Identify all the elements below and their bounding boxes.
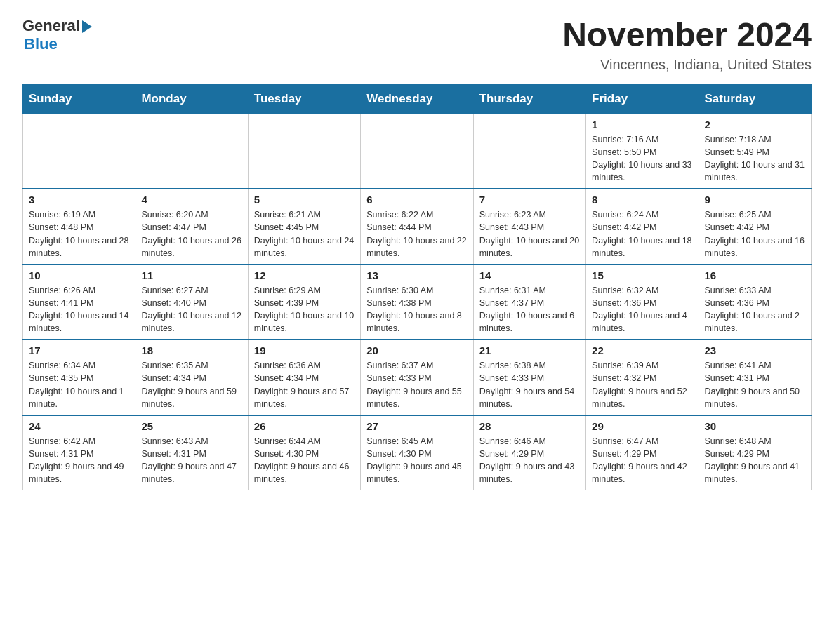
day-number: 29 bbox=[592, 420, 692, 432]
weekday-header-friday: Friday bbox=[586, 84, 699, 114]
weekday-header-sunday: Sunday bbox=[23, 84, 135, 114]
day-number: 24 bbox=[29, 420, 129, 432]
day-number: 13 bbox=[366, 269, 467, 281]
page-header: General Blue November 2024 Vincennes, In… bbox=[22, 17, 812, 73]
day-info: Sunrise: 6:21 AM Sunset: 4:45 PM Dayligh… bbox=[254, 208, 355, 260]
weekday-header-monday: Monday bbox=[135, 84, 248, 114]
logo-general-text: General bbox=[22, 17, 80, 35]
day-info: Sunrise: 6:27 AM Sunset: 4:40 PM Dayligh… bbox=[141, 284, 241, 335]
day-number: 15 bbox=[592, 269, 692, 281]
day-number: 30 bbox=[705, 420, 805, 432]
calendar-cell: 11Sunrise: 6:27 AM Sunset: 4:40 PM Dayli… bbox=[135, 264, 248, 340]
day-number: 1 bbox=[592, 119, 692, 130]
calendar-cell: 7Sunrise: 6:23 AM Sunset: 4:43 PM Daylig… bbox=[473, 189, 585, 264]
day-info: Sunrise: 6:35 AM Sunset: 4:34 PM Dayligh… bbox=[141, 359, 241, 410]
calendar-cell: 2Sunrise: 7:18 AM Sunset: 5:49 PM Daylig… bbox=[699, 114, 811, 189]
weekday-header-saturday: Saturday bbox=[699, 84, 811, 114]
day-number: 17 bbox=[29, 344, 129, 356]
calendar-cell: 4Sunrise: 6:20 AM Sunset: 4:47 PM Daylig… bbox=[135, 189, 248, 264]
day-info: Sunrise: 6:42 AM Sunset: 4:31 PM Dayligh… bbox=[29, 435, 129, 486]
calendar-cell: 20Sunrise: 6:37 AM Sunset: 4:33 PM Dayli… bbox=[361, 340, 473, 415]
calendar-cell: 25Sunrise: 6:43 AM Sunset: 4:31 PM Dayli… bbox=[135, 415, 248, 490]
day-info: Sunrise: 6:32 AM Sunset: 4:36 PM Dayligh… bbox=[592, 284, 692, 335]
day-info: Sunrise: 6:24 AM Sunset: 4:42 PM Dayligh… bbox=[592, 208, 692, 260]
calendar-cell: 9Sunrise: 6:25 AM Sunset: 4:42 PM Daylig… bbox=[699, 189, 811, 264]
day-number: 22 bbox=[592, 344, 692, 356]
calendar-cell bbox=[135, 114, 248, 189]
weekday-header-thursday: Thursday bbox=[473, 84, 585, 114]
calendar-cell: 23Sunrise: 6:41 AM Sunset: 4:31 PM Dayli… bbox=[699, 340, 811, 415]
weekday-header-row: SundayMondayTuesdayWednesdayThursdayFrid… bbox=[23, 84, 812, 114]
day-number: 2 bbox=[705, 119, 805, 130]
day-number: 19 bbox=[254, 344, 355, 356]
day-number: 9 bbox=[705, 194, 805, 206]
calendar-week-row: 3Sunrise: 6:19 AM Sunset: 4:48 PM Daylig… bbox=[23, 189, 812, 264]
calendar-week-row: 1Sunrise: 7:16 AM Sunset: 5:50 PM Daylig… bbox=[23, 114, 812, 189]
calendar-cell: 24Sunrise: 6:42 AM Sunset: 4:31 PM Dayli… bbox=[23, 415, 135, 490]
day-info: Sunrise: 6:29 AM Sunset: 4:39 PM Dayligh… bbox=[254, 284, 355, 335]
day-info: Sunrise: 6:39 AM Sunset: 4:32 PM Dayligh… bbox=[592, 359, 692, 410]
day-number: 14 bbox=[479, 269, 580, 281]
day-info: Sunrise: 6:38 AM Sunset: 4:33 PM Dayligh… bbox=[479, 359, 580, 410]
day-info: Sunrise: 6:41 AM Sunset: 4:31 PM Dayligh… bbox=[705, 359, 805, 410]
day-info: Sunrise: 6:25 AM Sunset: 4:42 PM Dayligh… bbox=[705, 208, 805, 260]
calendar-week-row: 24Sunrise: 6:42 AM Sunset: 4:31 PM Dayli… bbox=[23, 415, 812, 490]
calendar-cell: 10Sunrise: 6:26 AM Sunset: 4:41 PM Dayli… bbox=[23, 264, 135, 340]
day-number: 28 bbox=[479, 420, 580, 432]
month-title: November 2024 bbox=[562, 17, 812, 54]
calendar-cell bbox=[23, 114, 135, 189]
day-number: 16 bbox=[705, 269, 805, 281]
calendar-cell: 19Sunrise: 6:36 AM Sunset: 4:34 PM Dayli… bbox=[248, 340, 360, 415]
day-number: 6 bbox=[366, 194, 467, 206]
calendar-cell: 13Sunrise: 6:30 AM Sunset: 4:38 PM Dayli… bbox=[361, 264, 473, 340]
calendar-cell: 6Sunrise: 6:22 AM Sunset: 4:44 PM Daylig… bbox=[361, 189, 473, 264]
day-info: Sunrise: 6:22 AM Sunset: 4:44 PM Dayligh… bbox=[366, 208, 467, 260]
calendar-week-row: 17Sunrise: 6:34 AM Sunset: 4:35 PM Dayli… bbox=[23, 340, 812, 415]
day-info: Sunrise: 6:44 AM Sunset: 4:30 PM Dayligh… bbox=[254, 435, 355, 486]
day-number: 20 bbox=[366, 344, 467, 356]
day-info: Sunrise: 7:18 AM Sunset: 5:49 PM Dayligh… bbox=[705, 133, 805, 185]
calendar-cell: 3Sunrise: 6:19 AM Sunset: 4:48 PM Daylig… bbox=[23, 189, 135, 264]
day-info: Sunrise: 6:26 AM Sunset: 4:41 PM Dayligh… bbox=[29, 284, 129, 335]
day-info: Sunrise: 6:34 AM Sunset: 4:35 PM Dayligh… bbox=[29, 359, 129, 410]
calendar-week-row: 10Sunrise: 6:26 AM Sunset: 4:41 PM Dayli… bbox=[23, 264, 812, 340]
day-number: 23 bbox=[705, 344, 805, 356]
calendar-cell: 29Sunrise: 6:47 AM Sunset: 4:29 PM Dayli… bbox=[586, 415, 699, 490]
day-number: 11 bbox=[141, 269, 241, 281]
weekday-header-tuesday: Tuesday bbox=[248, 84, 360, 114]
day-info: Sunrise: 6:19 AM Sunset: 4:48 PM Dayligh… bbox=[29, 208, 129, 260]
calendar-cell: 5Sunrise: 6:21 AM Sunset: 4:45 PM Daylig… bbox=[248, 189, 360, 264]
logo-line1: General bbox=[22, 17, 92, 35]
day-info: Sunrise: 6:46 AM Sunset: 4:29 PM Dayligh… bbox=[479, 435, 580, 486]
title-block: November 2024 Vincennes, Indiana, United… bbox=[562, 17, 812, 73]
day-info: Sunrise: 6:47 AM Sunset: 4:29 PM Dayligh… bbox=[592, 435, 692, 486]
day-info: Sunrise: 6:30 AM Sunset: 4:38 PM Dayligh… bbox=[366, 284, 467, 335]
calendar-cell: 12Sunrise: 6:29 AM Sunset: 4:39 PM Dayli… bbox=[248, 264, 360, 340]
calendar-cell: 28Sunrise: 6:46 AM Sunset: 4:29 PM Dayli… bbox=[473, 415, 585, 490]
day-info: Sunrise: 6:36 AM Sunset: 4:34 PM Dayligh… bbox=[254, 359, 355, 410]
calendar-cell: 15Sunrise: 6:32 AM Sunset: 4:36 PM Dayli… bbox=[586, 264, 699, 340]
calendar-cell: 22Sunrise: 6:39 AM Sunset: 4:32 PM Dayli… bbox=[586, 340, 699, 415]
day-info: Sunrise: 7:16 AM Sunset: 5:50 PM Dayligh… bbox=[592, 133, 692, 185]
calendar-cell: 17Sunrise: 6:34 AM Sunset: 4:35 PM Dayli… bbox=[23, 340, 135, 415]
calendar-cell: 18Sunrise: 6:35 AM Sunset: 4:34 PM Dayli… bbox=[135, 340, 248, 415]
day-info: Sunrise: 6:23 AM Sunset: 4:43 PM Dayligh… bbox=[479, 208, 580, 260]
day-number: 18 bbox=[141, 344, 241, 356]
day-number: 26 bbox=[254, 420, 355, 432]
day-info: Sunrise: 6:43 AM Sunset: 4:31 PM Dayligh… bbox=[141, 435, 241, 486]
day-number: 27 bbox=[366, 420, 467, 432]
calendar-cell: 27Sunrise: 6:45 AM Sunset: 4:30 PM Dayli… bbox=[361, 415, 473, 490]
day-info: Sunrise: 6:37 AM Sunset: 4:33 PM Dayligh… bbox=[366, 359, 467, 410]
calendar-cell bbox=[361, 114, 473, 189]
logo-triangle-icon bbox=[82, 20, 92, 33]
day-info: Sunrise: 6:48 AM Sunset: 4:29 PM Dayligh… bbox=[705, 435, 805, 486]
calendar-table: SundayMondayTuesdayWednesdayThursdayFrid… bbox=[22, 84, 812, 491]
day-number: 25 bbox=[141, 420, 241, 432]
day-info: Sunrise: 6:33 AM Sunset: 4:36 PM Dayligh… bbox=[705, 284, 805, 335]
logo-blue-text: Blue bbox=[22, 35, 58, 53]
logo: General Blue bbox=[22, 17, 92, 53]
day-number: 5 bbox=[254, 194, 355, 206]
calendar-cell bbox=[248, 114, 360, 189]
day-number: 3 bbox=[29, 194, 129, 206]
day-info: Sunrise: 6:45 AM Sunset: 4:30 PM Dayligh… bbox=[366, 435, 467, 486]
